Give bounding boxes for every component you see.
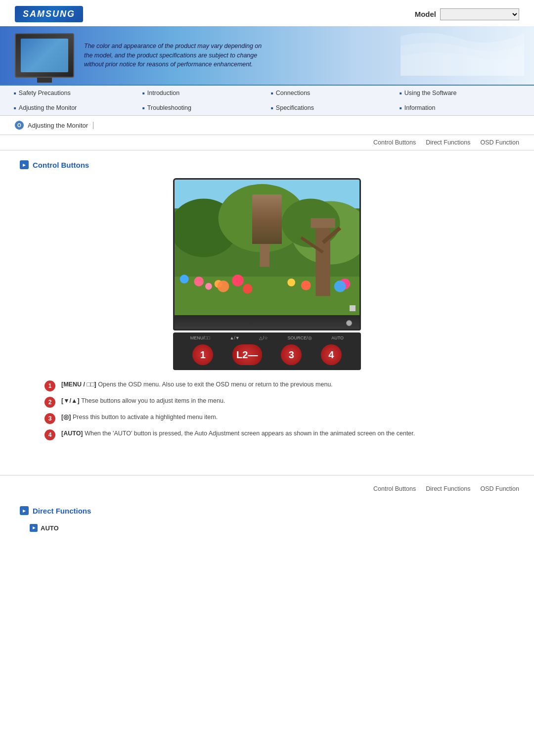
desc-item-2: 2 [▼/▲] These buttons allow you to adjus… [44,396,490,408]
desc-text-3: Press this button to activate a highligh… [73,414,218,421]
tab-links-bottom: Control Buttons Direct Functions OSD Fun… [0,475,534,496]
btn-label-source: △/☆ [259,335,268,340]
auto-icon [30,524,38,532]
desc-label-1: [MENU / □□] [61,381,96,388]
garden-image [175,180,359,315]
desc-num-1: 1 [44,380,55,391]
description-list: 1 [MENU / □□] Opens the OSD menu. Also u… [44,380,490,440]
svg-point-15 [180,275,189,284]
nav-item-troubleshooting[interactable]: Troubleshooting [138,102,267,113]
btn-label-auto: AUTO [331,335,344,340]
tab-direct-functions[interactable]: Direct Functions [426,139,470,146]
monitor-display [173,178,361,317]
desc-num-3: 3 [44,413,55,424]
monitor-bottom-bar [173,317,361,331]
btn-label-source2: SOURCE/◎ [288,335,312,340]
button-4[interactable]: 4 [321,344,342,365]
navigation: Safety Precautions Introduction Connecti… [0,85,534,116]
breadcrumb-icon: O [15,121,24,130]
svg-point-25 [243,284,253,294]
desc-text-2: These buttons allow you to adjust items … [81,397,225,404]
banner-monitor-image [15,33,74,78]
monitor-image-container: MENU/□□ ▲/▼ △/☆ SOURCE/◎ AUTO 1 L2— 3 4 [163,178,371,370]
nav-row-2: Adjusting the Monitor Troubleshooting Sp… [0,100,534,115]
svg-point-17 [301,281,311,290]
nav-item-info[interactable]: Information [396,102,524,113]
svg-point-11 [194,277,204,286]
desc-label-2: [▼/▲] [61,397,80,404]
banner-text: The color and appearance of the product … [84,42,272,69]
button-panel: MENU/□□ ▲/▼ △/☆ SOURCE/◎ AUTO 1 L2— 3 4 [173,332,361,370]
desc-item-3: 3 [◎] Press this button to activate a hi… [44,413,490,424]
nav-item-intro[interactable]: Introduction [138,88,267,98]
nav-item-software[interactable]: Using the Software [396,88,524,98]
samsung-logo: SAMSUNG [15,6,83,22]
direct-functions-icon [20,506,29,515]
page-header: SAMSUNG Model [0,0,534,26]
banner: The color and appearance of the product … [0,26,534,85]
section-title: Control Buttons [33,161,89,169]
model-area: Model [415,8,519,20]
banner-wave-decoration [400,26,524,76]
breadcrumb-text: Adjusting the Monitor [28,122,93,129]
desc-content-4: [AUTO] When the 'AUTO' button is pressed… [61,429,415,438]
tab-bottom-control-buttons[interactable]: Control Buttons [373,485,416,492]
auto-text: AUTO [41,524,59,532]
svg-rect-21 [311,218,335,228]
button-1[interactable]: 1 [192,344,213,365]
model-select[interactable] [440,8,519,20]
nav-item-specs[interactable]: Specifications [267,102,396,113]
nav-item-adjusting[interactable]: Adjusting the Monitor [10,102,138,113]
svg-point-16 [287,279,295,286]
tab-links-top: Control Buttons Direct Functions OSD Fun… [0,135,534,150]
direct-functions-header: Direct Functions [20,506,514,515]
nav-item-connections[interactable]: Connections [267,88,396,98]
svg-marker-7 [255,221,269,228]
tab-control-buttons[interactable]: Control Buttons [373,139,416,146]
nav-item-safety[interactable]: Safety Precautions [10,88,138,98]
monitor-power-button[interactable] [346,320,352,326]
desc-label-3: [◎] [61,414,71,421]
nav-row-1: Safety Precautions Introduction Connecti… [0,86,534,100]
btn-label-menu: MENU/□□ [190,335,210,340]
svg-marker-9 [252,236,272,243]
tab-osd-function[interactable]: OSD Function [480,139,519,146]
svg-point-14 [205,283,212,290]
control-buttons-header: Control Buttons [20,160,514,169]
desc-text-4: When the 'AUTO' button is pressed, the A… [85,430,415,437]
auto-label: AUTO [30,524,514,532]
button-numbers-row: 1 L2— 3 4 [178,342,356,367]
tab-bottom-osd-function[interactable]: OSD Function [480,485,519,492]
section-icon [20,160,29,169]
desc-content-3: [◎] Press this button to activate a high… [61,413,218,422]
direct-functions-section: Direct Functions AUTO [0,496,534,542]
desc-num-4: 4 [44,429,55,440]
desc-content-2: [▼/▲] These buttons allow you to adjust … [61,396,225,406]
desc-content-1: [MENU / □□] Opens the OSD menu. Also use… [61,380,333,389]
main-content: Control Buttons [0,150,534,460]
desc-text-1: Opens the OSD menu. Also use to exit the… [98,381,333,388]
svg-point-13 [232,275,244,286]
breadcrumb: O Adjusting the Monitor [0,116,534,135]
button-panel-labels: MENU/□□ ▲/▼ △/☆ SOURCE/◎ AUTO [178,335,356,340]
button-3[interactable]: 3 [281,344,302,365]
svg-marker-8 [253,228,270,236]
desc-num-2: 2 [44,397,55,408]
desc-item-1: 1 [MENU / □□] Opens the OSD menu. Also u… [44,380,490,391]
desc-label-4: [AUTO] [61,430,83,437]
svg-point-24 [218,281,229,292]
svg-rect-20 [315,218,330,296]
svg-rect-6 [260,228,269,267]
desc-item-4: 4 [AUTO] When the 'AUTO' button is press… [44,429,490,440]
model-label: Model [415,10,436,18]
tab-bottom-direct-functions[interactable]: Direct Functions [426,485,470,492]
button-2[interactable]: L2— [232,344,262,365]
direct-functions-title: Direct Functions [33,507,91,515]
monitor-screen [175,180,359,315]
svg-point-26 [334,281,346,292]
banner-screen [21,39,68,72]
power-indicator [350,305,356,311]
btn-label-nav: ▲/▼ [229,335,239,340]
